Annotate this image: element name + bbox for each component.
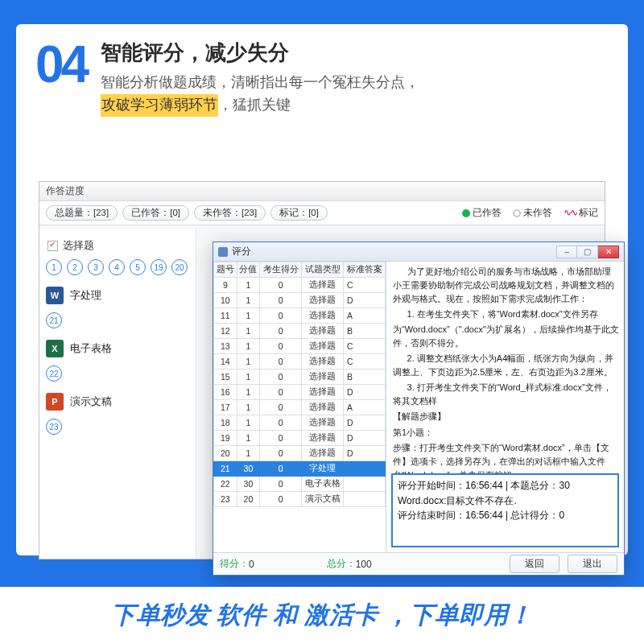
qnum[interactable]: 4 xyxy=(109,259,125,275)
checkbox-icon xyxy=(47,241,58,251)
table-row[interactable]: 1910选择题D xyxy=(214,431,386,446)
cell-pts: 1 xyxy=(237,278,260,293)
cell-no: 10 xyxy=(214,293,237,308)
cell-no: 14 xyxy=(214,354,237,369)
cell-type: 选择题 xyxy=(302,369,344,385)
cell-got: 0 xyxy=(260,461,302,477)
qnum[interactable]: 3 xyxy=(88,259,104,275)
cell-ans: D xyxy=(344,293,386,308)
excel-icon: X xyxy=(46,340,64,357)
pill-answered[interactable]: 已作答：[0] xyxy=(122,205,189,221)
table-row[interactable]: 1210选择题B xyxy=(214,324,386,339)
total-value: 100 xyxy=(356,559,372,570)
table-row[interactable]: 1010选择题D xyxy=(214,293,386,308)
cell-got: 0 xyxy=(260,354,302,369)
word-icon: W xyxy=(46,287,64,304)
log-line: 评分开始时间：16:56:44 | 本题总分：30 xyxy=(398,478,613,493)
table-row[interactable]: 1310选择题C xyxy=(214,339,386,354)
table-row[interactable]: 1510选择题B xyxy=(214,369,386,385)
explain-step1-title: 第1小题： xyxy=(393,426,619,440)
table-row[interactable]: 22300电子表格 xyxy=(214,477,386,492)
cell-no: 9 xyxy=(214,278,237,293)
back-button[interactable]: 返回 xyxy=(510,555,559,573)
score-footer: 得分： 0 总分： 100 返回 退出 xyxy=(213,552,624,575)
cell-got: 0 xyxy=(260,339,302,354)
dot-green-icon xyxy=(462,209,470,217)
cell-no: 23 xyxy=(214,492,237,507)
qnum[interactable]: 23 xyxy=(46,419,62,435)
qnum[interactable]: 5 xyxy=(130,259,146,275)
hero-text: 智能评分，减少失分 智能分析做题成绩，清晰指出每一个冤枉失分点， 攻破学习薄弱环… xyxy=(101,39,419,117)
table-row[interactable]: 1610选择题D xyxy=(214,385,386,400)
table-row[interactable]: 1710选择题A xyxy=(214,400,386,415)
qnum[interactable]: 19 xyxy=(151,259,167,275)
cell-got: 0 xyxy=(260,415,302,431)
cell-pts: 1 xyxy=(237,354,260,369)
score-table-wrap[interactable]: 题号 分值 考生得分 试题类型 标准答案 910选择题C1010选择题D1110… xyxy=(213,262,386,552)
table-row[interactable]: 21300字处理 xyxy=(214,461,386,477)
cell-ans: D xyxy=(344,431,386,446)
section-ppt[interactable]: P 演示文稿 xyxy=(44,388,191,415)
table-row[interactable]: 910选择题C xyxy=(214,278,386,293)
app-icon xyxy=(218,247,228,257)
cell-type: 选择题 xyxy=(302,308,344,324)
cell-ans: C xyxy=(344,339,386,354)
dot-outline-icon xyxy=(513,209,521,217)
exit-button[interactable]: 退出 xyxy=(568,555,617,573)
cell-pts: 1 xyxy=(237,446,260,461)
maximize-button[interactable]: ▢ xyxy=(577,246,598,258)
minimize-button[interactable]: – xyxy=(556,246,577,258)
cell-got: 0 xyxy=(260,369,302,385)
legend-marked: ∿∿标记 xyxy=(564,206,598,220)
qnum[interactable]: 21 xyxy=(46,312,62,328)
section-excel[interactable]: X 电子表格 xyxy=(44,335,191,362)
table-row[interactable]: 1810选择题D xyxy=(214,415,386,431)
cell-ans xyxy=(344,477,386,492)
table-row[interactable]: 1110选择题A xyxy=(214,308,386,324)
explain-li1: 1. 在考生文件夹下，将“Word素材.docx”文件另存 xyxy=(393,308,619,321)
cell-got: 0 xyxy=(260,477,302,492)
section-choice[interactable]: 选择题 xyxy=(44,233,191,256)
cell-pts: 1 xyxy=(237,293,260,308)
cell-got: 0 xyxy=(260,278,302,293)
cell-type: 选择题 xyxy=(302,339,344,354)
cell-pts: 1 xyxy=(237,324,260,339)
col-no: 题号 xyxy=(214,262,237,278)
pill-unanswered[interactable]: 未作答：[23] xyxy=(194,205,266,221)
cell-no: 13 xyxy=(214,339,237,354)
cell-got: 0 xyxy=(260,324,302,339)
close-button[interactable]: ✕ xyxy=(598,246,619,258)
section-ppt-label: 演示文稿 xyxy=(70,394,112,409)
cell-type: 选择题 xyxy=(302,293,344,308)
hero-line1: 智能分析做题成绩，清晰指出每一个冤枉失分点， xyxy=(101,74,419,90)
cell-no: 17 xyxy=(214,400,237,415)
pill-marked[interactable]: 标记：[0] xyxy=(270,205,328,221)
main-card: 04 智能评分，减少失分 智能分析做题成绩，清晰指出每一个冤枉失分点， 攻破学习… xyxy=(16,24,628,555)
cell-no: 18 xyxy=(214,415,237,431)
section-word[interactable]: W 字处理 xyxy=(44,282,191,309)
cell-got: 0 xyxy=(260,308,302,324)
table-row[interactable]: 2010选择题D xyxy=(214,446,386,461)
cell-type: 字处理 xyxy=(302,461,344,477)
qnum[interactable]: 2 xyxy=(67,259,83,275)
score-window: 评分 – ▢ ✕ 题号 分值 考生得分 试题类型 标准答案 xyxy=(213,242,625,576)
explain-pane[interactable]: 为了更好地介绍公司的服务与市场战略，市场部助理小王需要协助制作完成公司战略规划文… xyxy=(386,262,624,552)
table-row[interactable]: 1410选择题C xyxy=(214,354,386,369)
qnum[interactable]: 22 xyxy=(46,365,62,382)
table-row[interactable]: 23200演示文稿 xyxy=(214,492,386,507)
col-type: 试题类型 xyxy=(302,262,344,278)
cell-type: 选择题 xyxy=(302,324,344,339)
cell-pts: 1 xyxy=(237,339,260,354)
score-window-titlebar[interactable]: 评分 – ▢ ✕ xyxy=(213,242,624,262)
qnum[interactable]: 1 xyxy=(46,259,62,275)
cell-ans: A xyxy=(344,308,386,324)
cell-no: 15 xyxy=(214,369,237,385)
hero-highlight: 攻破学习薄弱环节 xyxy=(101,94,218,117)
score-log: 评分开始时间：16:56:44 | 本题总分：30 Word.docx:目标文件… xyxy=(391,473,619,547)
legend-answered: 已作答 xyxy=(462,206,502,220)
cell-got: 0 xyxy=(260,431,302,446)
qnum[interactable]: 20 xyxy=(171,259,188,275)
col-pts: 分值 xyxy=(237,262,260,278)
explain-li3: 3. 打开考生文件夹下的“Word_样式标准.docx”文件，将其文档样 xyxy=(393,381,619,408)
pill-total[interactable]: 总题量：[23] xyxy=(46,205,118,221)
